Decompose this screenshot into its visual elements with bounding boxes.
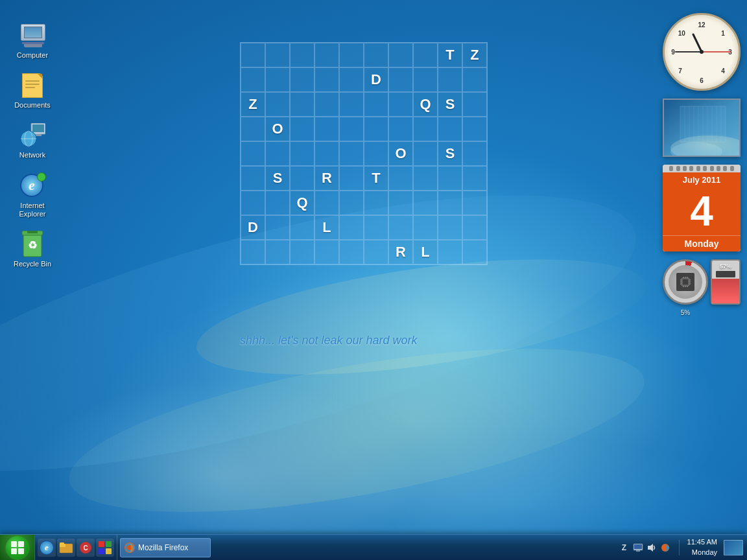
svg-rect-1: [32, 124, 44, 132]
ring-7: [710, 166, 714, 171]
grid-cell-5-6: [388, 166, 413, 191]
grid-cell-1-2: [290, 67, 314, 92]
grid-cell-3-1: O: [265, 117, 290, 141]
grid-cell-7-0: D: [241, 215, 265, 240]
systray-icon-monitor[interactable]: [632, 542, 644, 554]
grid-cell-2-6: [388, 92, 413, 117]
svg-marker-60: [648, 544, 653, 552]
svg-rect-44: [11, 548, 17, 554]
grid-cell-2-7: Q: [413, 92, 438, 117]
widgets-panel: 12 1 3 4 6 7 9 10: [663, 13, 741, 305]
grid-cell-4-1: [265, 141, 290, 166]
desktop-icon-documents[interactable]: Documents: [6, 69, 58, 113]
grid-cell-5-1: S: [265, 166, 290, 191]
screenshot-thumbnail-widget: [663, 99, 741, 157]
calendar-widget: July 2011 4 Monday: [663, 165, 741, 251]
grid-cell-4-5: [364, 141, 388, 166]
grid-cell-6-9: [462, 191, 487, 215]
taskbar: e C: [0, 534, 747, 560]
grid-cell-2-3: [314, 92, 339, 117]
svg-rect-42: [11, 541, 17, 547]
ql-tool2-icon[interactable]: [96, 539, 114, 557]
grid-cell-6-5: [364, 191, 388, 215]
cpu-percent-label: 5%: [681, 309, 690, 316]
ring-1: [669, 166, 673, 171]
grid-cell-1-6: [388, 67, 413, 92]
svg-text:♻: ♻: [28, 240, 37, 251]
grid-cell-3-5: [364, 117, 388, 141]
start-button[interactable]: [0, 535, 35, 561]
start-orb[interactable]: [5, 535, 30, 560]
ring-9: [723, 166, 727, 171]
grid-cell-2-2: [290, 92, 314, 117]
grid-cell-1-3: [314, 67, 339, 92]
desktop-icon-computer[interactable]: Computer: [6, 19, 58, 63]
ram-percent-label: 57%: [720, 263, 731, 270]
word-search-container: TZDZQSOOSSRTQDLRL: [240, 42, 488, 265]
grid-cell-0-6: [388, 43, 413, 67]
internet-icon-image: e: [19, 173, 45, 199]
systray-icon-z[interactable]: Z: [619, 542, 630, 554]
taskbar-firefox-item[interactable]: Mozilla Firefox: [120, 538, 211, 557]
grid-cell-4-7: [413, 141, 438, 166]
systray-icon-sound[interactable]: [646, 542, 658, 554]
grid-cell-8-8: [438, 240, 462, 264]
desktop-icons: Computer Documents: [0, 13, 65, 278]
grid-cell-3-6: [388, 117, 413, 141]
calendar-day: Monday: [663, 235, 741, 251]
firefox-taskbar-label: Mozilla Firefox: [138, 543, 188, 552]
svg-point-17: [670, 142, 722, 157]
grid-cell-1-7: [413, 67, 438, 92]
calendar-month-year: July 2011: [663, 172, 741, 187]
svg-line-11: [693, 34, 702, 52]
word-search-tagline: shhh... let's not leak our hard work: [240, 334, 418, 347]
grid-cell-3-3: [314, 117, 339, 141]
grid-cell-1-9: [462, 67, 487, 92]
ring-10: [730, 166, 734, 171]
grid-cell-2-5: [364, 92, 388, 117]
grid-cell-1-0: [241, 67, 265, 92]
systray-icon-firefox[interactable]: [659, 542, 671, 554]
grid-cell-4-8: S: [438, 141, 462, 166]
desktop-icon-internet[interactable]: e Internet Explorer: [6, 170, 58, 222]
ram-meter-container: 57%: [711, 259, 741, 305]
ram-meter: 57%: [711, 259, 741, 305]
taskbar-show-desktop[interactable]: [724, 540, 743, 555]
grid-cell-0-3: [314, 43, 339, 67]
ring-4: [689, 166, 693, 171]
svg-rect-18: [680, 106, 726, 142]
grid-cell-5-4: [339, 166, 364, 191]
systray: Z: [616, 542, 674, 554]
svg-rect-9: [27, 231, 38, 233]
grid-cell-6-1: [265, 191, 290, 215]
recycle-icon-label: Recycle Bin: [14, 260, 51, 268]
grid-cell-0-1: [265, 43, 290, 67]
network-icon-image: [19, 122, 45, 148]
ql-explorer-icon[interactable]: [57, 539, 75, 557]
grid-cell-4-0: [241, 141, 265, 166]
grid-cell-0-7: [413, 43, 438, 67]
svg-rect-45: [18, 548, 24, 554]
grid-cell-5-7: [413, 166, 438, 191]
svg-rect-53: [99, 548, 104, 554]
taskbar-time: 11:45 AM: [687, 537, 717, 547]
grid-cell-2-9: [462, 92, 487, 117]
computer-icon-image: [19, 23, 45, 49]
svg-rect-29: [683, 279, 688, 285]
grid-cell-5-2: [290, 166, 314, 191]
desktop-icon-recycle[interactable]: ♻ Recycle Bin: [6, 228, 58, 272]
grid-cell-8-5: [364, 240, 388, 264]
desktop-icon-network[interactable]: Network: [6, 119, 58, 163]
svg-point-16: [670, 135, 741, 157]
taskbar-clock[interactable]: 11:45 AM Monday: [685, 537, 720, 557]
clock-widget: 12 1 3 4 6 7 9 10: [663, 13, 741, 91]
cpu-inner: [669, 265, 702, 299]
grid-cell-5-9: [462, 166, 487, 191]
grid-cell-7-5: [364, 215, 388, 240]
ring-2: [676, 166, 680, 171]
ql-ie-icon[interactable]: e: [38, 539, 56, 557]
grid-cell-5-0: [241, 166, 265, 191]
ql-tool1-icon[interactable]: C: [77, 539, 95, 557]
grid-cell-0-5: [364, 43, 388, 67]
recycle-icon-image: ♻: [19, 231, 45, 257]
